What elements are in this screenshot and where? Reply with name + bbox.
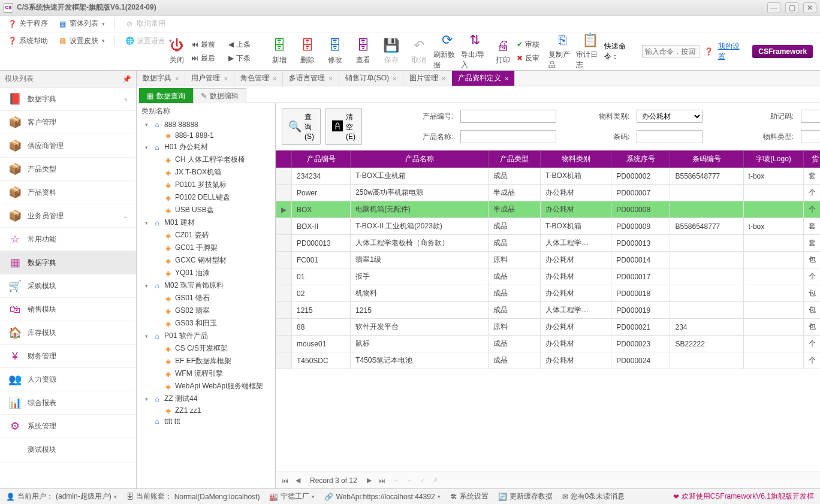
col-header[interactable]: 字唛(Logo) <box>743 151 804 168</box>
refresh-button[interactable]: ⟳刷新数据 <box>433 32 462 70</box>
grid-scroll[interactable]: 产品编号产品名称产品类型物料类别系统序号条码编号字唛(Logo)货 234234… <box>276 150 820 472</box>
cell[interactable]: Power <box>292 185 351 201</box>
copy-product-button[interactable]: ⎘复制产品 <box>548 32 577 70</box>
cell[interactable] <box>670 185 743 201</box>
nav-next[interactable]: ▶下条 <box>228 53 266 64</box>
doc-tab-4[interactable]: 销售订单(SO)× <box>339 71 403 86</box>
nav-del-btn[interactable]: － <box>405 476 414 485</box>
cell[interactable] <box>670 252 743 268</box>
input-prod-code[interactable] <box>460 110 556 123</box>
tree-node[interactable]: ▾⌂M01 建材 <box>137 216 275 229</box>
cell[interactable]: 234 <box>670 319 743 336</box>
cell[interactable] <box>743 252 804 268</box>
my-settings-link[interactable]: 我的设置 <box>718 41 744 62</box>
nav-first[interactable]: ⏮最前 <box>191 40 228 50</box>
cell[interactable]: 办公耗材 <box>540 268 611 285</box>
sidebar-item-4[interactable]: 📦产品资料 <box>0 181 136 204</box>
cell[interactable] <box>743 302 804 319</box>
col-header[interactable]: 货 <box>804 151 820 168</box>
sidebar-item-8[interactable]: 🛒采购模块 <box>0 274 136 298</box>
close-tab-icon[interactable]: × <box>224 75 227 82</box>
sidebar-item-7[interactable]: ▦数据字典 <box>0 251 136 274</box>
cell[interactable] <box>743 185 804 201</box>
cell[interactable]: 02 <box>292 285 351 302</box>
audit-log-button[interactable]: 📋审计日志 <box>576 32 604 70</box>
clear-button[interactable]: 🅰清空(E) <box>325 108 362 145</box>
cell[interactable]: 软件开发平台 <box>351 319 489 336</box>
nav-first-btn[interactable]: ⏮ <box>281 477 290 484</box>
cell[interactable]: 原料 <box>489 319 541 336</box>
close-tab-icon[interactable]: × <box>442 75 445 82</box>
cell[interactable]: 人体工程学老板椅（商务款） <box>351 235 489 252</box>
tab-data-edit[interactable]: ✎数据编辑 <box>193 88 246 104</box>
cell[interactable]: 办公耗材 <box>540 252 611 268</box>
cell[interactable]: B5586548777 <box>670 168 743 185</box>
nav-ok-btn[interactable]: ✓ <box>419 476 427 484</box>
nav-prev[interactable]: ◀上条 <box>228 40 266 50</box>
cell[interactable] <box>743 319 804 336</box>
tree-node[interactable]: ◈JX T-BOX机箱 <box>137 166 275 179</box>
cell[interactable]: 电脑机箱(无配件) <box>351 201 489 218</box>
tree-node[interactable]: ◈ZZ1 zz1 <box>137 405 275 416</box>
info-icon[interactable]: ❓ <box>704 47 713 56</box>
cell[interactable]: PD000002 <box>611 168 670 185</box>
sb-unread[interactable]: ✉您有0条未读消息 <box>562 491 625 502</box>
cell[interactable]: t-box <box>743 218 804 235</box>
cell[interactable]: 成品 <box>489 352 541 369</box>
cell[interactable]: PD000019 <box>611 302 670 319</box>
cell[interactable]: 1215 <box>292 302 351 319</box>
tree-twisty[interactable]: ▾ <box>143 144 150 150</box>
cell[interactable]: BOX-II <box>292 218 351 235</box>
cell[interactable]: 88 <box>292 319 351 336</box>
tree-node[interactable]: ◈GC01 手脚架 <box>137 242 275 254</box>
review-button[interactable]: ✔审核 <box>517 40 548 50</box>
sb-update-cache[interactable]: 🔄更新缓存数据 <box>498 491 553 502</box>
cell[interactable]: 234234 <box>292 168 351 185</box>
tree-node[interactable]: ◈WFM 流程引擎 <box>137 367 275 380</box>
table-row[interactable]: mouse01鼠标成品办公耗材PD000023SB22222个 <box>276 336 821 352</box>
input-mnemonic[interactable] <box>801 110 820 123</box>
select-mat-class[interactable]: 办公耗材 <box>637 110 703 123</box>
cell[interactable]: PD000023 <box>611 336 670 352</box>
cell[interactable] <box>670 352 743 369</box>
table-row[interactable]: 234234T-BOX工业机箱成品T-BOX机箱PD000002B5586548… <box>276 168 821 185</box>
tree-node[interactable]: ◈YQ01 油漆 <box>137 267 275 279</box>
sidebar-item-13[interactable]: 📊综合报表 <box>0 391 136 415</box>
cell[interactable]: PD000014 <box>611 252 670 268</box>
language-dropdown[interactable]: 🌐设置语言 <box>122 35 174 47</box>
cell[interactable]: mouse01 <box>292 336 351 352</box>
skin-dropdown[interactable]: ▦设置皮肤 <box>55 35 107 47</box>
nav-next-btn[interactable]: ▶ <box>366 476 373 484</box>
cell[interactable]: 包 <box>804 285 820 302</box>
table-row[interactable]: ▶BOX电脑机箱(无配件)半成品办公耗材PD000008个 <box>276 201 821 218</box>
cell[interactable]: 扳手 <box>351 268 489 285</box>
cell[interactable]: 包 <box>804 302 820 319</box>
cell[interactable]: 办公耗材 <box>540 201 611 218</box>
cell[interactable]: 办公耗材 <box>540 285 611 302</box>
print-button[interactable]: 🖨打印 <box>489 38 517 65</box>
input-barcode[interactable] <box>637 130 703 143</box>
tree-twisty[interactable]: ▾ <box>143 220 150 226</box>
cell[interactable]: 01 <box>292 268 351 285</box>
cell[interactable] <box>743 352 804 369</box>
sidebar-item-10[interactable]: 🏠库存模块 <box>0 321 136 345</box>
cell[interactable]: 个 <box>804 352 820 369</box>
cell[interactable]: 翡翠1级 <box>351 252 489 268</box>
cell[interactable]: T-BOX-II 工业机箱(2023款) <box>351 218 489 235</box>
cell[interactable]: PD000017 <box>611 268 670 285</box>
table-row[interactable]: BOX-IIT-BOX-II 工业机箱(2023款)成品T-BOX机箱PD000… <box>276 218 821 235</box>
tree-node[interactable]: ◈WebApi WebApi服务端框架 <box>137 380 275 393</box>
import-export-button[interactable]: ⇅导出/导入 <box>461 32 489 70</box>
cell[interactable]: 鼠标 <box>351 336 489 352</box>
sidebar-item-0[interactable]: 📕数据字典« <box>0 87 136 111</box>
nav-prev-btn[interactable]: ◀ <box>294 476 302 484</box>
tree-node[interactable]: ◈GCXC 钢材型材 <box>137 254 275 267</box>
cancel-favorite-button[interactable]: ⊘取消常用 <box>122 17 168 30</box>
sidebar-item-6[interactable]: ☆常用功能 <box>0 228 136 251</box>
col-header[interactable]: 系统序号 <box>611 151 670 168</box>
cell[interactable]: 半成品 <box>489 201 541 218</box>
cell[interactable]: 原料 <box>489 252 541 268</box>
search-button[interactable]: 🔍查询(S) <box>282 108 321 145</box>
tab-data-query[interactable]: ▦数据查询 <box>139 88 193 104</box>
sidebar-item-3[interactable]: 📦产品类型 <box>0 158 136 181</box>
